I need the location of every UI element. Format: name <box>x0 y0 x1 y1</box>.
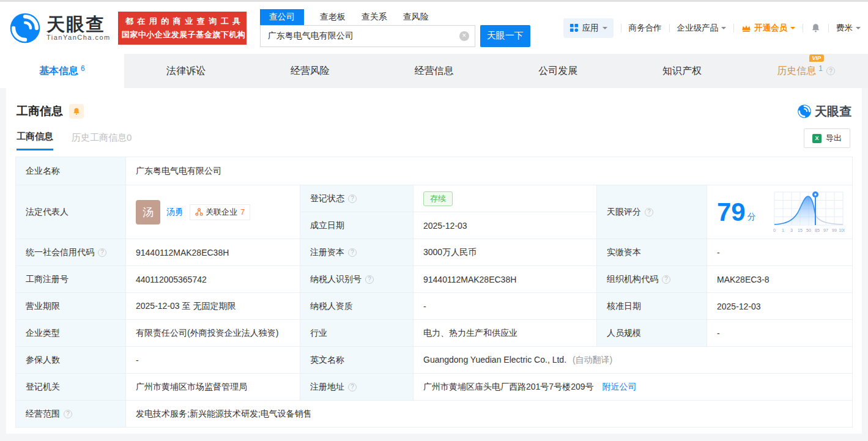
tab-basic-info[interactable]: 基本信息 6 <box>0 54 124 88</box>
tab-business-info[interactable]: 经营信息 <box>372 54 496 88</box>
score-distribution-chart: 0 1 3 15 50 85 97 99 100 <box>771 190 845 235</box>
search-area: 查公司 查老板 查关系 查风险 × 天眼一下 <box>260 9 530 47</box>
tab-label: 法律诉讼 <box>166 65 206 78</box>
svg-text:15: 15 <box>798 228 803 232</box>
status-badge: 存续 <box>423 191 453 206</box>
divider <box>828 24 829 32</box>
staff-size-value: - <box>707 320 853 347</box>
nav-business-coop[interactable]: 商务合作 <box>629 23 662 34</box>
tab-count: 1 <box>818 64 823 73</box>
avatar[interactable]: 汤 <box>136 200 160 224</box>
username: 费米 <box>836 23 853 34</box>
legal-rep-link[interactable]: 汤勇 <box>166 207 184 218</box>
search-tab-boss[interactable]: 查老板 <box>320 9 346 25</box>
reg-status-cell: 存续 <box>414 185 597 212</box>
search-tab-company[interactable]: 查公司 <box>260 9 304 25</box>
search-tab-risk[interactable]: 查风险 <box>403 9 429 25</box>
org-network-icon <box>195 208 203 216</box>
tab-count: 6 <box>81 64 85 73</box>
approval-date-value: 2025-12-03 <box>707 293 853 320</box>
help-icon[interactable]: ? <box>826 67 835 75</box>
table-row: 经营范围? 发电技术服务;新兴能源技术研发;电气设备销售 <box>16 401 853 428</box>
tianyancha-logo-icon <box>9 12 42 45</box>
help-icon[interactable]: ? <box>348 195 357 203</box>
subscribe-bell-button[interactable] <box>69 104 84 119</box>
taxpayer-id-label: 纳税人识别号? <box>300 266 414 293</box>
vip-label: 开通会员 <box>754 23 787 34</box>
reg-number-label: 工商注册号 <box>16 266 126 293</box>
export-button[interactable]: X 导出 <box>804 128 850 148</box>
org-code-value: MAK28EC3-8 <box>707 266 853 293</box>
crown-icon <box>741 24 751 32</box>
help-icon[interactable]: ? <box>98 248 106 257</box>
english-name-label: 英文名称 <box>300 347 414 374</box>
search-tabs: 查公司 查老板 查关系 查风险 <box>260 9 530 25</box>
nav-enterprise-products[interactable]: 企业级产品 <box>677 23 727 34</box>
company-section-tabs: 基本信息 6 法律诉讼 经营风险 经营信息 公司发展 知识产权 VIP 历史信息… <box>0 54 868 88</box>
related-count: 7 <box>240 207 245 217</box>
svg-text:3: 3 <box>790 228 793 232</box>
tab-label: 经营风险 <box>291 65 330 78</box>
excel-icon: X <box>812 134 822 143</box>
credit-code-label: 统一社会信用代码? <box>16 239 126 266</box>
site-header: 天眼查 TianYanCha.com 都在用的商业查询工具 国家中小企业发展子基… <box>0 2 868 54</box>
tab-history-info[interactable]: VIP 历史信息 1 ? <box>744 54 868 88</box>
search-tab-relation[interactable]: 查关系 <box>362 9 387 25</box>
help-icon[interactable]: ? <box>348 248 357 257</box>
watermark-text: 天眼查 <box>815 103 851 120</box>
tab-company-development[interactable]: 公司发展 <box>496 54 620 88</box>
subtab-business-registration[interactable]: 工商信息 <box>17 131 53 150</box>
svg-text:97: 97 <box>823 228 828 232</box>
clear-icon[interactable]: × <box>459 31 469 41</box>
user-menu[interactable]: 费米 <box>836 23 861 34</box>
help-icon[interactable]: ? <box>662 275 670 284</box>
logo-text: 天眼查 TianYanCha.com <box>46 15 111 42</box>
help-icon[interactable]: ? <box>64 410 72 418</box>
insured-count-value: - <box>126 347 300 374</box>
enterprise-label: 企业级产品 <box>677 23 719 34</box>
tab-intellectual-property[interactable]: 知识产权 <box>620 54 744 88</box>
table-row: 工商注册号 440112005365742 纳税人识别号? 91440112MA… <box>16 266 853 293</box>
taxpayer-id-value: 91440112MAK28EC38H <box>414 266 597 293</box>
promo-line-2: 国家中小企业发展子基金旗下机构 <box>122 29 243 40</box>
business-term-value: 2025-12-03 至 无固定期限 <box>126 293 300 320</box>
help-icon[interactable]: ? <box>348 383 357 391</box>
notifications-button[interactable] <box>811 23 821 33</box>
tab-label: 知识产权 <box>662 65 702 78</box>
search-input[interactable] <box>260 25 475 47</box>
divider <box>669 24 670 32</box>
divider <box>621 24 621 32</box>
reg-number-value: 440112005365742 <box>126 266 300 293</box>
logo-domain: TianYanCha.com <box>46 34 111 41</box>
establish-date-label: 成立日期 <box>300 212 414 239</box>
related-companies-badge[interactable]: 关联企业 7 <box>190 204 250 220</box>
promo-banner: 都在用的商业查询工具 国家中小企业发展子基金旗下机构 <box>118 12 247 45</box>
open-vip-button[interactable]: 开通会员 <box>741 23 795 34</box>
subtab-history-registration[interactable]: 历史工商信息0 <box>72 132 132 150</box>
score-label: 天眼评分? <box>597 185 707 239</box>
establish-date-value: 2025-12-03 <box>414 212 597 239</box>
svg-text:50: 50 <box>806 228 811 232</box>
bell-icon <box>72 107 81 116</box>
registration-authority-value: 广州市黄埔区市场监督管理局 <box>126 374 300 401</box>
company-name-value: 广东粤电气电有限公司 <box>126 157 853 185</box>
tianyancha-logo[interactable]: 天眼查 TianYanCha.com <box>9 12 111 45</box>
score-cell: 79 分 <box>707 185 853 239</box>
business-term-label: 营业期限 <box>16 293 126 320</box>
company-name-label: 企业名称 <box>16 157 126 185</box>
help-icon[interactable]: ? <box>365 275 374 284</box>
tab-operational-risk[interactable]: 经营风险 <box>248 54 372 88</box>
auto-translate-note: (自动翻译) <box>573 355 612 365</box>
taxpayer-qualification-value: - <box>414 293 597 320</box>
svg-text:99: 99 <box>832 228 837 232</box>
apps-menu[interactable]: 应用 <box>563 18 614 38</box>
score-value: 79 分 <box>717 199 756 225</box>
help-icon[interactable]: ? <box>645 208 653 217</box>
search-button[interactable]: 天眼一下 <box>480 25 530 47</box>
section-title: 工商信息 <box>17 103 63 119</box>
tab-label: 经营信息 <box>415 65 454 78</box>
nearby-companies-link[interactable]: 附近公司 <box>602 382 636 391</box>
tab-legal-proceedings[interactable]: 法律诉讼 <box>124 54 248 88</box>
table-row: 法定代表人 汤 汤勇 关联企业 7 <box>16 185 853 212</box>
credit-code-value: 91440112MAK28EC38H <box>126 239 300 266</box>
